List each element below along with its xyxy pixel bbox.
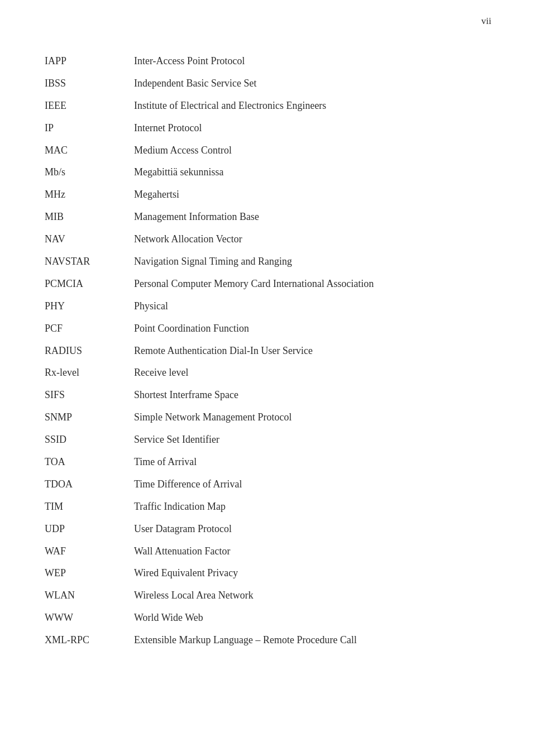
abbreviation: NAV — [45, 228, 134, 251]
abbreviation: PHY — [45, 295, 134, 318]
abbreviation: IEEE — [45, 95, 134, 117]
definition: Network Allocation Vector — [134, 228, 491, 251]
abbreviation: NAVSTAR — [45, 251, 134, 273]
definition: Time of Arrival — [134, 451, 491, 473]
abbreviation: IAPP — [45, 50, 134, 73]
definition: Simple Network Management Protocol — [134, 406, 491, 429]
definition: Point Coordination Function — [134, 318, 491, 340]
definition: Internet Protocol — [134, 117, 491, 140]
abbreviation: MIB — [45, 206, 134, 228]
table-row: PCMCIAPersonal Computer Memory Card Inte… — [45, 273, 491, 295]
table-row: NAVSTARNavigation Signal Timing and Rang… — [45, 251, 491, 273]
definition: Management Information Base — [134, 206, 491, 228]
table-row: IAPPInter-Access Point Protocol — [45, 50, 491, 73]
definition: Wireless Local Area Network — [134, 585, 491, 607]
table-row: IPInternet Protocol — [45, 117, 491, 140]
table-row: MIBManagement Information Base — [45, 206, 491, 228]
abbreviation: IP — [45, 117, 134, 140]
definition: Extensible Markup Language – Remote Proc… — [134, 629, 491, 652]
table-row: SIFSShortest Interframe Space — [45, 384, 491, 406]
abbreviation: IBSS — [45, 73, 134, 95]
abbreviation: PCF — [45, 318, 134, 340]
definition: Remote Authentication Dial-In User Servi… — [134, 340, 491, 362]
acronym-table: IAPPInter-Access Point ProtocolIBSSIndep… — [45, 50, 491, 652]
table-row: PHYPhysical — [45, 295, 491, 318]
abbreviation: Mb/s — [45, 161, 134, 184]
definition: Personal Computer Memory Card Internatio… — [134, 273, 491, 295]
abbreviation: WLAN — [45, 585, 134, 607]
abbreviation: RADIUS — [45, 340, 134, 362]
abbreviation: SIFS — [45, 384, 134, 406]
table-row: XML-RPCExtensible Markup Language – Remo… — [45, 629, 491, 652]
table-row: MHzMegahertsi — [45, 184, 491, 206]
abbreviation: WAF — [45, 540, 134, 563]
table-row: WAFWall Attenuation Factor — [45, 540, 491, 563]
page-number: vii — [481, 16, 491, 27]
table-row: RADIUSRemote Authentication Dial-In User… — [45, 340, 491, 362]
abbreviation: SSID — [45, 429, 134, 451]
table-row: WEPWired Equivalent Privacy — [45, 562, 491, 585]
definition: Shortest Interframe Space — [134, 384, 491, 406]
definition: Navigation Signal Timing and Ranging — [134, 251, 491, 273]
definition: Wired Equivalent Privacy — [134, 562, 491, 585]
table-row: TIMTraffic Indication Map — [45, 496, 491, 518]
table-row: IBSSIndependent Basic Service Set — [45, 73, 491, 95]
abbreviation: Rx-level — [45, 362, 134, 384]
abbreviation: UDP — [45, 518, 134, 540]
definition: Physical — [134, 295, 491, 318]
definition: Independent Basic Service Set — [134, 73, 491, 95]
definition: Inter-Access Point Protocol — [134, 50, 491, 73]
abbreviation: WEP — [45, 562, 134, 585]
table-row: Mb/sMegabittiä sekunnissa — [45, 161, 491, 184]
definition: Institute of Electrical and Electronics … — [134, 95, 491, 117]
definition: User Datagram Protocol — [134, 518, 491, 540]
table-row: SSIDService Set Identifier — [45, 429, 491, 451]
definition: Megabittiä sekunnissa — [134, 161, 491, 184]
definition: Wall Attenuation Factor — [134, 540, 491, 563]
table-row: TDOATime Difference of Arrival — [45, 473, 491, 496]
abbreviation: XML-RPC — [45, 629, 134, 652]
definition: Service Set Identifier — [134, 429, 491, 451]
definition: Time Difference of Arrival — [134, 473, 491, 496]
definition: Receive level — [134, 362, 491, 384]
abbreviation: MHz — [45, 184, 134, 206]
table-row: Rx-levelReceive level — [45, 362, 491, 384]
table-row: NAVNetwork Allocation Vector — [45, 228, 491, 251]
abbreviation: MAC — [45, 140, 134, 162]
page: vii IAPPInter-Access Point ProtocolIBSSI… — [0, 0, 536, 756]
table-row: MACMedium Access Control — [45, 140, 491, 162]
table-row: WLANWireless Local Area Network — [45, 585, 491, 607]
table-row: WWWWorld Wide Web — [45, 607, 491, 629]
table-row: UDPUser Datagram Protocol — [45, 518, 491, 540]
table-row: PCFPoint Coordination Function — [45, 318, 491, 340]
table-row: SNMPSimple Network Management Protocol — [45, 406, 491, 429]
abbreviation: TOA — [45, 451, 134, 473]
definition: Traffic Indication Map — [134, 496, 491, 518]
abbreviation: SNMP — [45, 406, 134, 429]
definition: World Wide Web — [134, 607, 491, 629]
abbreviation: TIM — [45, 496, 134, 518]
table-row: TOATime of Arrival — [45, 451, 491, 473]
table-row: IEEEInstitute of Electrical and Electron… — [45, 95, 491, 117]
abbreviation: TDOA — [45, 473, 134, 496]
definition: Megahertsi — [134, 184, 491, 206]
abbreviation: PCMCIA — [45, 273, 134, 295]
abbreviation: WWW — [45, 607, 134, 629]
definition: Medium Access Control — [134, 140, 491, 162]
